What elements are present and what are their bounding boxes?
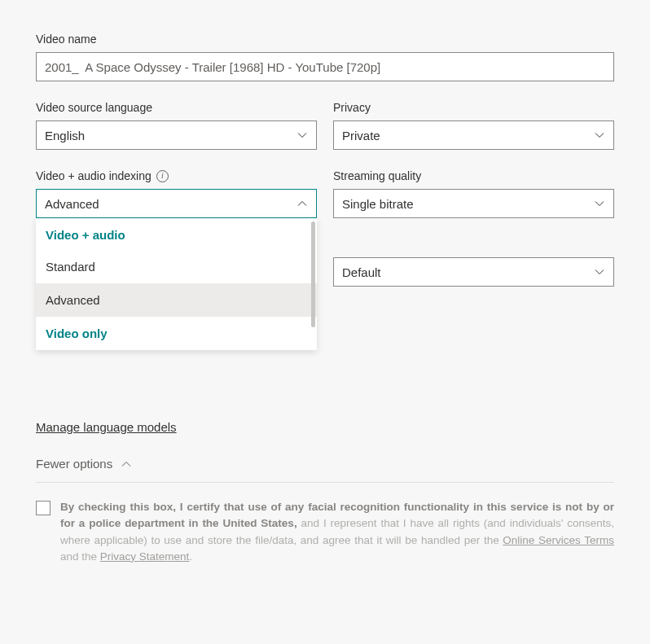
privacy-group: Privacy Private bbox=[333, 101, 614, 150]
source-language-label: Video source language bbox=[36, 101, 317, 114]
video-name-group: Video name bbox=[36, 33, 614, 81]
info-icon[interactable]: i bbox=[156, 170, 169, 182]
indexing-group-video-only: Video only bbox=[36, 317, 317, 348]
indexing-label-row: Video + audio indexing i bbox=[36, 169, 317, 182]
options-divider bbox=[36, 482, 614, 483]
indexing-select[interactable]: Advanced bbox=[36, 189, 317, 218]
gap-spacer bbox=[333, 218, 614, 257]
indexing-group-video-audio: Video + audio bbox=[36, 218, 317, 250]
indexing-option-advanced[interactable]: Advanced bbox=[36, 283, 317, 317]
source-language-select[interactable]: English bbox=[36, 120, 317, 150]
row-indexing-streaming: Video + audio indexing i Advanced Video … bbox=[36, 169, 614, 389]
secondary-default-value: Default bbox=[342, 265, 381, 279]
video-name-label: Video name bbox=[36, 33, 614, 46]
chevron-up-icon bbox=[296, 198, 308, 209]
video-name-input[interactable] bbox=[36, 52, 614, 81]
secondary-default-group: Default bbox=[333, 257, 614, 287]
streaming-quality-value: Single bitrate bbox=[342, 197, 414, 211]
indexing-dropdown-panel: Video + audio Standard Advanced Video on… bbox=[36, 218, 317, 350]
privacy-value: Private bbox=[342, 129, 380, 142]
source-language-group: Video source language English bbox=[36, 101, 317, 150]
streaming-quality-label: Streaming quality bbox=[333, 169, 614, 182]
indexing-group: Video + audio indexing i Advanced Video … bbox=[36, 169, 317, 389]
consent-end: . bbox=[189, 550, 192, 563]
scrollbar-thumb[interactable] bbox=[311, 221, 315, 327]
chevron-down-icon bbox=[594, 198, 605, 209]
fewer-options-toggle[interactable]: Fewer options bbox=[36, 457, 614, 482]
indexing-option-standard[interactable]: Standard bbox=[36, 250, 317, 283]
privacy-select[interactable]: Private bbox=[333, 120, 614, 150]
manage-language-models-link[interactable]: Manage language models bbox=[36, 420, 177, 434]
privacy-label: Privacy bbox=[333, 101, 614, 114]
dropdown-scrollbar[interactable] bbox=[311, 221, 315, 327]
indexing-value: Advanced bbox=[45, 197, 99, 211]
streaming-quality-select[interactable]: Single bitrate bbox=[333, 189, 614, 218]
consent-row: By checking this box, I certify that use… bbox=[36, 499, 614, 565]
chevron-down-icon bbox=[594, 129, 605, 141]
chevron-down-icon bbox=[296, 129, 308, 141]
secondary-default-select[interactable]: Default bbox=[333, 257, 614, 287]
streaming-quality-group: Streaming quality Single bitrate bbox=[333, 169, 614, 218]
consent-checkbox[interactable] bbox=[36, 501, 51, 515]
indexing-dropdown-wrapper: Advanced Video + audio Standard Advanced… bbox=[36, 189, 317, 218]
indexing-label: Video + audio indexing bbox=[36, 169, 152, 182]
privacy-statement-link[interactable]: Privacy Statement bbox=[100, 550, 190, 563]
chevron-down-icon bbox=[594, 266, 605, 278]
chevron-up-icon bbox=[121, 458, 132, 470]
streaming-col: Streaming quality Single bitrate Default bbox=[333, 169, 614, 389]
consent-mid: and the bbox=[60, 550, 100, 563]
source-language-value: English bbox=[45, 129, 85, 142]
fewer-options-label: Fewer options bbox=[36, 457, 112, 471]
consent-text: By checking this box, I certify that use… bbox=[60, 499, 614, 565]
online-services-terms-link[interactable]: Online Services Terms bbox=[503, 534, 614, 546]
row-lang-privacy: Video source language English Privacy Pr… bbox=[36, 101, 614, 150]
